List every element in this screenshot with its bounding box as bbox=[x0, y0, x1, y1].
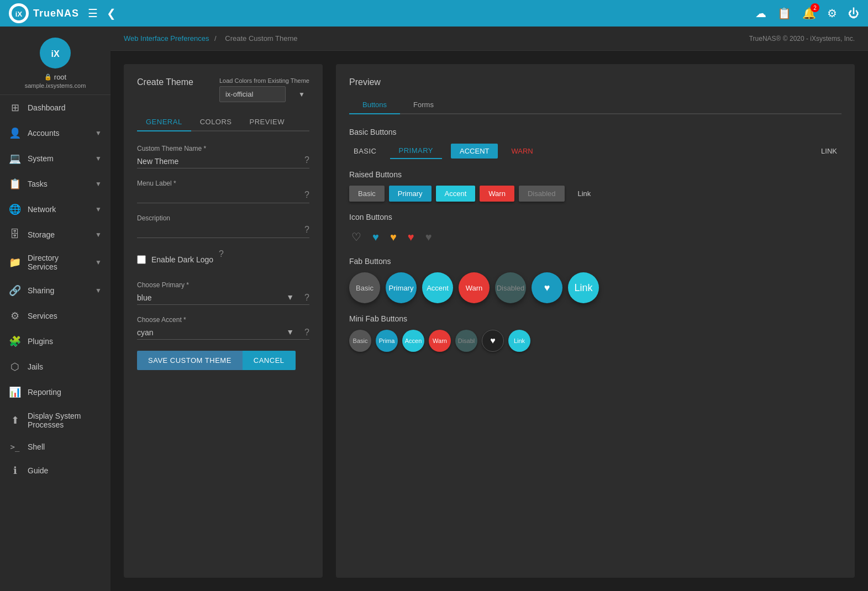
tab-general[interactable]: GENERAL bbox=[137, 113, 191, 131]
sidebar-item-label: Sharing bbox=[28, 286, 54, 295]
sidebar-item-sharing[interactable]: 🔗 Sharing ▼ bbox=[0, 278, 111, 303]
breadcrumb-path: Web Interface Preferences / Create Custo… bbox=[124, 34, 301, 43]
raised-btn-basic[interactable]: Basic bbox=[349, 186, 385, 202]
enable-dark-logo-label[interactable]: Enable Dark Logo bbox=[151, 255, 213, 264]
content-area: Create Theme Load Colors from Existing T… bbox=[111, 51, 868, 591]
mini-fab-btn-accent[interactable]: Accen bbox=[402, 330, 424, 352]
raised-btn-warn[interactable]: Warn bbox=[480, 186, 514, 202]
menu-label-input[interactable] bbox=[137, 189, 309, 203]
fab-btn-primary[interactable]: Primary bbox=[386, 272, 417, 303]
choose-accent-wrap: cyan blue red ▼ ? bbox=[137, 326, 309, 340]
help-icon-menu-label[interactable]: ? bbox=[304, 190, 309, 200]
help-icon-theme-name[interactable]: ? bbox=[304, 155, 309, 165]
hamburger-button[interactable]: ☰ bbox=[88, 7, 98, 20]
fab-btn-heart[interactable]: ♥ bbox=[532, 272, 562, 303]
sidebar-item-services[interactable]: ⚙ Services bbox=[0, 303, 111, 329]
storage-icon: 🗄 bbox=[9, 229, 21, 240]
sidebar-item-network[interactable]: 🌐 Network ▼ bbox=[0, 197, 111, 222]
raised-btn-accent[interactable]: Accent bbox=[436, 186, 476, 202]
topbar-right: ☁ 📋 🔔 2 ⚙ ⏻ bbox=[755, 7, 859, 20]
preview-tab-forms[interactable]: Forms bbox=[400, 96, 447, 113]
btn-link[interactable]: LINK bbox=[817, 144, 841, 159]
mini-fab-btn-link[interactable]: Link bbox=[508, 330, 530, 352]
theme-select-wrap: ix-official ▼ bbox=[219, 86, 309, 102]
custom-theme-name-field: Custom Theme Name * ? bbox=[137, 145, 309, 168]
create-theme-panel: Create Theme Load Colors from Existing T… bbox=[124, 64, 323, 578]
cancel-button[interactable]: CANCEL bbox=[243, 351, 296, 370]
tab-preview[interactable]: PREVIEW bbox=[241, 113, 293, 130]
icon-btn-warn[interactable]: ♥ bbox=[406, 229, 417, 246]
icon-btn-basic[interactable]: ♡ bbox=[349, 228, 364, 246]
mini-fab-btn-basic[interactable]: Basic bbox=[349, 330, 371, 352]
choose-accent-field: Choose Accent * cyan blue red ▼ ? bbox=[137, 316, 309, 340]
choose-primary-label: Choose Primary * bbox=[137, 281, 309, 289]
save-custom-theme-button[interactable]: SAVE CUSTOM THEME bbox=[137, 351, 243, 370]
breadcrumb-parent[interactable]: Web Interface Preferences bbox=[124, 34, 209, 43]
help-icon-dark-logo[interactable]: ? bbox=[219, 249, 224, 259]
back-button[interactable]: ❮ bbox=[107, 7, 116, 20]
enable-dark-logo-checkbox[interactable] bbox=[137, 255, 146, 264]
truenas-logo-icon: iX bbox=[9, 3, 29, 23]
custom-theme-name-input[interactable] bbox=[137, 155, 309, 168]
icon-btn-accent[interactable]: ♥ bbox=[388, 229, 399, 246]
power-icon[interactable]: ⏻ bbox=[848, 7, 859, 20]
topbar: iX TrueNAS ☰ ❮ ☁ 📋 🔔 2 ⚙ ⏻ bbox=[0, 0, 868, 27]
theme-select[interactable]: ix-official bbox=[219, 86, 286, 102]
help-icon-accent[interactable]: ? bbox=[304, 328, 309, 337]
sidebar-item-dashboard[interactable]: ⊞ Dashboard bbox=[0, 95, 111, 120]
panel-tabs: GENERAL COLORS PREVIEW bbox=[137, 113, 309, 131]
sidebar-item-shell[interactable]: >_ Shell bbox=[0, 436, 111, 458]
choose-accent-label: Choose Accent * bbox=[137, 316, 309, 324]
breadcrumb-current: Create Custom Theme bbox=[225, 34, 297, 43]
icon-btn-primary[interactable]: ♥ bbox=[370, 229, 381, 246]
sidebar-item-system[interactable]: 💻 System ▼ bbox=[0, 146, 111, 171]
help-icon-description[interactable]: ? bbox=[304, 225, 309, 235]
processes-icon: ⬆ bbox=[9, 414, 21, 426]
sidebar-username: root bbox=[54, 73, 66, 81]
chevron-right-icon: ▼ bbox=[95, 205, 102, 213]
mini-fab-btn-primary[interactable]: Prima bbox=[376, 330, 398, 352]
preview-tab-buttons[interactable]: Buttons bbox=[349, 96, 400, 114]
mini-fab-btn-warn[interactable]: Warn bbox=[429, 330, 451, 352]
btn-accent[interactable]: ACCENT bbox=[451, 144, 498, 159]
sidebar-item-jails[interactable]: ⬡ Jails bbox=[0, 354, 111, 379]
fab-btn-warn[interactable]: Warn bbox=[459, 272, 490, 303]
sidebar-item-tasks[interactable]: 📋 Tasks ▼ bbox=[0, 171, 111, 197]
sidebar-item-storage[interactable]: 🗄 Storage ▼ bbox=[0, 222, 111, 247]
menu-label-field: Menu Label * ? bbox=[137, 180, 309, 203]
sidebar-item-directory-services[interactable]: 📁 Directory Services ▼ bbox=[0, 247, 111, 278]
sidebar-item-label: Plugins bbox=[28, 337, 53, 346]
jails-icon: ⬡ bbox=[9, 361, 21, 373]
raised-btn-primary[interactable]: Primary bbox=[389, 186, 432, 202]
choose-primary-select[interactable]: blue cyan red bbox=[137, 291, 309, 305]
help-icon-primary[interactable]: ? bbox=[304, 293, 309, 303]
sidebar-item-plugins[interactable]: 🧩 Plugins bbox=[0, 329, 111, 354]
dashboard-icon: ⊞ bbox=[9, 102, 21, 114]
tab-colors[interactable]: COLORS bbox=[191, 113, 241, 130]
raised-btn-link[interactable]: Link bbox=[569, 186, 600, 202]
choose-accent-select[interactable]: cyan blue red bbox=[137, 326, 309, 340]
mini-fab-buttons-row: Basic Prima Accen Warn Disabl ♥ Link bbox=[349, 330, 841, 352]
fab-btn-accent[interactable]: Accent bbox=[422, 272, 453, 303]
sidebar-item-guide[interactable]: ℹ Guide bbox=[0, 458, 111, 483]
btn-warn[interactable]: WARN bbox=[507, 144, 537, 159]
fab-btn-link[interactable]: Link bbox=[568, 272, 599, 303]
sidebar-item-accounts[interactable]: 👤 Accounts ▼ bbox=[0, 120, 111, 146]
btn-primary[interactable]: PRIMARY bbox=[390, 143, 443, 159]
settings-icon[interactable]: ⚙ bbox=[827, 7, 837, 20]
sidebar-item-label: Network bbox=[28, 205, 56, 214]
notifications-icon[interactable]: 🔔 2 bbox=[802, 7, 816, 20]
sidebar-item-reporting[interactable]: 📊 Reporting bbox=[0, 379, 111, 405]
services-icon: ⚙ bbox=[9, 310, 21, 322]
chevron-right-icon: ▼ bbox=[95, 180, 102, 188]
copyright-text: TrueNAS® © 2020 - iXsystems, Inc. bbox=[749, 35, 855, 43]
sidebar-item-label: Display System Processes bbox=[28, 411, 102, 429]
clipboard-icon[interactable]: 📋 bbox=[777, 7, 791, 20]
load-colors-section: Load Colors from Existing Theme ix-offic… bbox=[219, 77, 309, 102]
description-input[interactable] bbox=[137, 224, 309, 238]
btn-basic[interactable]: BASIC bbox=[349, 144, 381, 159]
sidebar-item-display-system-processes[interactable]: ⬆ Display System Processes bbox=[0, 405, 111, 436]
mini-fab-btn-heart[interactable]: ♥ bbox=[482, 330, 504, 352]
fab-btn-basic[interactable]: Basic bbox=[349, 272, 380, 303]
cloud-icon[interactable]: ☁ bbox=[755, 7, 766, 20]
